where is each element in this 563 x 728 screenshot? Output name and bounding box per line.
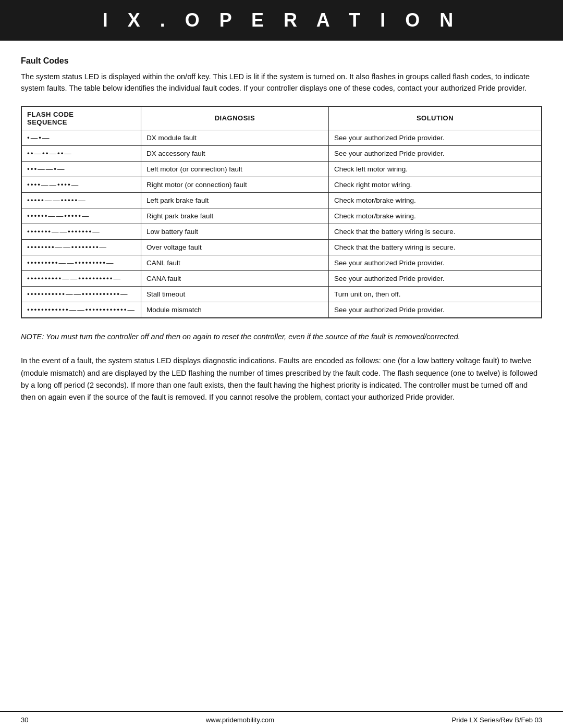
table-row: ••—••—••—DX accessory faultSee your auth… (21, 145, 542, 161)
header-solution: SOLUTION (328, 106, 542, 130)
flash-code-cell: •••——•— (21, 161, 141, 177)
flash-code-cell: ••••••••——••••••••— (21, 239, 141, 255)
flash-code-cell: ••••••——•••••— (21, 208, 141, 224)
intro-paragraph: The system status LED is displayed withi… (21, 71, 542, 94)
flash-code-cell: ••••••••••——••••••••••— (21, 270, 141, 286)
page-footer: 30 www.pridemobility.com Pride LX Series… (0, 711, 563, 728)
table-row: ••••••••••••——••••••••••••—Module mismat… (21, 302, 542, 318)
diagnosis-cell: Left motor (or connection) fault (141, 161, 328, 177)
diagnosis-cell: Over voltage fault (141, 239, 328, 255)
solution-cell: Check left motor wiring. (328, 161, 542, 177)
note-text: NOTE: You must turn the controller off a… (21, 331, 542, 342)
solution-cell: See your authorized Pride provider. (328, 130, 542, 145)
diagnosis-cell: Right motor (or connection) fault (141, 177, 328, 192)
solution-cell: Check right motor wiring. (328, 177, 542, 192)
diagnosis-cell: Low battery fault (141, 224, 328, 239)
diagnosis-cell: Module mismatch (141, 302, 328, 318)
diagnosis-cell: Right park brake fault (141, 208, 328, 224)
solution-cell: See your authorized Pride provider. (328, 255, 542, 270)
page-header: I X . O P E R A T I O N (0, 0, 563, 41)
table-row: •—•—DX module faultSee your authorized P… (21, 130, 542, 145)
footer-website: www.pridemobility.com (206, 716, 274, 724)
flash-code-cell: ••••••••••••——••••••••••••— (21, 302, 141, 318)
flash-code-cell: ••••——••••— (21, 177, 141, 192)
diagnosis-cell: Left park brake fault (141, 192, 328, 208)
flash-code-cell: •••••••——•••••••— (21, 224, 141, 239)
table-row: •••••——•••••—Left park brake faultCheck … (21, 192, 542, 208)
diagnosis-cell: CANA fault (141, 270, 328, 286)
flash-code-cell: •••••••••——•••••••••— (21, 255, 141, 270)
solution-cell: See your authorized Pride provider. (328, 270, 542, 286)
fault-codes-title: Fault Codes (21, 56, 542, 66)
flash-code-cell: •••••——•••••— (21, 192, 141, 208)
solution-cell: See your authorized Pride provider. (328, 145, 542, 161)
diagnosis-cell: DX module fault (141, 130, 328, 145)
table-row: •••••••••••——•••••••••••—Stall timeoutTu… (21, 286, 542, 302)
solution-cell: See your authorized Pride provider. (328, 302, 542, 318)
solution-cell: Check that the battery wiring is secure. (328, 239, 542, 255)
table-row: ••••••••——••••••••—Over voltage faultChe… (21, 239, 542, 255)
solution-cell: Check motor/brake wiring. (328, 208, 542, 224)
header-diagnosis: DIAGNOSIS (141, 106, 328, 130)
footer-brand: Pride LX Series/Rev B/Feb 03 (452, 716, 542, 724)
table-row: ••••••••••——••••••••••—CANA faultSee you… (21, 270, 542, 286)
solution-cell: Turn unit on, then off. (328, 286, 542, 302)
main-content: Fault Codes The system status LED is dis… (0, 41, 563, 455)
footer-page-number: 30 (21, 716, 28, 724)
diagnosis-cell: Stall timeout (141, 286, 328, 302)
fault-codes-section: Fault Codes The system status LED is dis… (21, 56, 542, 318)
table-row: ••••••——•••••—Right park brake faultChec… (21, 208, 542, 224)
page-title: I X . O P E R A T I O N (21, 9, 542, 31)
solution-cell: Check that the battery wiring is secure. (328, 224, 542, 239)
solution-cell: Check motor/brake wiring. (328, 192, 542, 208)
flash-code-cell: •••••••••••——•••••••••••— (21, 286, 141, 302)
diagnosis-cell: DX accessory fault (141, 145, 328, 161)
body-paragraph: In the event of a fault, the system stat… (21, 355, 542, 403)
flash-code-cell: ••—••—••— (21, 145, 141, 161)
table-row: ••••——••••—Right motor (or connection) f… (21, 177, 542, 192)
table-row: •••••••••——•••••••••—CANL faultSee your … (21, 255, 542, 270)
diagnosis-cell: CANL fault (141, 255, 328, 270)
flash-code-cell: •—•— (21, 130, 141, 145)
table-row: •••——•—Left motor (or connection) faultC… (21, 161, 542, 177)
fault-table: FLASH CODESEQUENCE DIAGNOSIS SOLUTION •—… (21, 106, 542, 318)
table-row: •••••••——•••••••—Low battery faultCheck … (21, 224, 542, 239)
header-flash-code: FLASH CODESEQUENCE (21, 106, 141, 130)
